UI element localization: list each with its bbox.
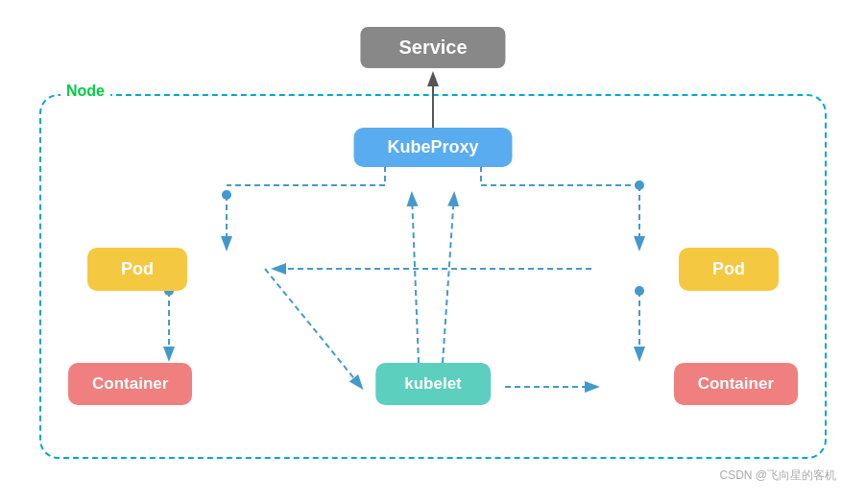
node-label: Node <box>60 83 110 100</box>
pod-left-box: Pod <box>87 248 187 291</box>
kubelet-label: kubelet <box>404 374 462 393</box>
pod-right-box: Pod <box>679 248 779 291</box>
diagram-wrapper: Service Node KubeProxy Pod Pod Container… <box>20 17 846 488</box>
container-left-box: Container <box>68 363 192 405</box>
container-right-box: Container <box>674 363 798 405</box>
container-right-label: Container <box>698 374 774 393</box>
watermark: CSDN @飞向星的客机 <box>719 468 836 484</box>
kubeproxy-label: KubeProxy <box>387 137 478 156</box>
container-left-label: Container <box>92 374 168 393</box>
pod-left-label: Pod <box>121 259 154 278</box>
kubeproxy-box: KubeProxy <box>353 128 512 167</box>
kubelet-box: kubelet <box>375 363 491 405</box>
pod-right-label: Pod <box>712 259 745 278</box>
service-box: Service <box>360 27 505 68</box>
service-label: Service <box>398 36 467 58</box>
